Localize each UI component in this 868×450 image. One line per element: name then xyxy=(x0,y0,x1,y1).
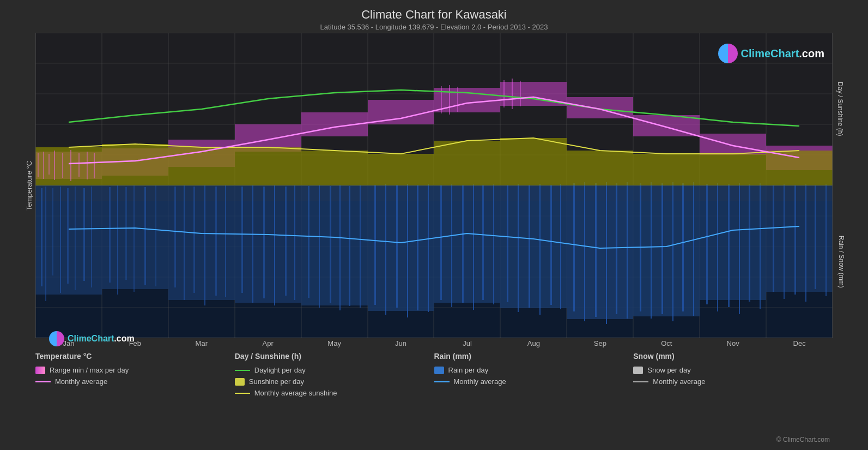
svg-rect-74 xyxy=(407,184,408,317)
chart-subtitle: Latitude 35.536 - Longitude 139.679 - El… xyxy=(0,23,868,31)
svg-rect-62 xyxy=(274,185,275,305)
svg-rect-33 xyxy=(434,185,500,303)
svg-rect-83 xyxy=(507,185,508,302)
svg-rect-68 xyxy=(339,185,341,310)
svg-rect-110 xyxy=(805,184,806,302)
svg-rect-136 xyxy=(766,151,833,185)
svg-rect-128 xyxy=(235,147,301,185)
daylight-line xyxy=(235,370,250,371)
svg-rect-51 xyxy=(144,187,146,285)
svg-rect-132 xyxy=(500,138,567,185)
svg-rect-46 xyxy=(91,187,92,287)
legend-item-snow-avg: Monthly average xyxy=(633,377,833,386)
legend-group-snow: Snow (mm) Snow per day Monthly average xyxy=(633,352,833,397)
svg-rect-38 xyxy=(766,185,833,292)
legend-group-temperature: Temperature °C Range min / max per day M… xyxy=(35,352,235,397)
copyright: © ClimeChart.com xyxy=(776,436,830,443)
svg-rect-64 xyxy=(294,185,295,300)
logo-top-right: ClimeChart.com xyxy=(718,44,824,63)
month-aug: Aug xyxy=(500,339,567,347)
svg-rect-55 xyxy=(193,187,195,293)
svg-rect-57 xyxy=(215,187,217,296)
legend-group-sunshine: Day / Sunshine (h) Daylight per day Suns… xyxy=(235,352,434,397)
legend-item-snow-per-day: Snow per day xyxy=(633,366,833,374)
month-apr: Apr xyxy=(235,339,301,347)
svg-rect-49 xyxy=(125,187,127,280)
snow-avg-line xyxy=(633,381,648,382)
svg-rect-63 xyxy=(285,187,287,296)
svg-rect-52 xyxy=(155,185,156,286)
svg-rect-61 xyxy=(263,187,265,298)
month-nov: Nov xyxy=(700,339,766,347)
svg-rect-45 xyxy=(83,188,85,281)
logo-text-top: ClimeChart.com xyxy=(741,47,824,60)
svg-rect-60 xyxy=(252,185,253,303)
legend-item-daylight: Daylight per day xyxy=(235,366,434,374)
svg-rect-36 xyxy=(633,185,700,316)
svg-rect-102 xyxy=(717,183,718,311)
legend-label-sunshine-per-day: Sunshine per day xyxy=(249,377,304,386)
svg-rect-130 xyxy=(368,154,434,185)
svg-rect-66 xyxy=(319,185,320,308)
svg-rect-99 xyxy=(682,183,684,311)
svg-rect-28 xyxy=(102,185,168,289)
svg-rect-65 xyxy=(308,186,309,298)
legend-label-rain-per-day: Rain per day xyxy=(448,366,489,374)
chart-area: 50 40 30 20 10 0 -10 -20 -30 -40 -50 24 … xyxy=(35,33,833,338)
svg-rect-123 xyxy=(700,134,766,155)
month-mar: Mar xyxy=(168,339,235,347)
svg-rect-108 xyxy=(784,184,785,299)
legend-group-rain: Rain (mm) Rain per day Monthly average xyxy=(434,352,634,397)
logo-text-bottom: ClimeChart.com xyxy=(68,334,135,344)
svg-rect-96 xyxy=(651,182,652,319)
legend-title-temperature: Temperature °C xyxy=(35,352,235,361)
svg-rect-129 xyxy=(301,151,368,185)
month-jun: Jun xyxy=(368,339,434,347)
svg-rect-71 xyxy=(374,185,376,305)
rain-avg-line xyxy=(434,381,450,382)
svg-rect-80 xyxy=(473,184,474,310)
svg-rect-67 xyxy=(330,186,331,303)
svg-rect-92 xyxy=(606,182,607,324)
svg-rect-58 xyxy=(225,185,226,297)
svg-rect-94 xyxy=(627,182,628,319)
legend-title-sunshine: Day / Sunshine (h) xyxy=(235,352,434,361)
svg-rect-98 xyxy=(672,182,673,321)
chart-container: Climate Chart for Kawasaki Latitude 35.5… xyxy=(0,0,868,450)
svg-rect-44 xyxy=(75,187,76,290)
svg-rect-76 xyxy=(428,184,429,312)
legend-item-rain-per-day: Rain per day xyxy=(434,366,634,374)
svg-rect-40 xyxy=(45,187,46,301)
svg-rect-34 xyxy=(500,185,567,308)
legend-title-snow: Snow (mm) xyxy=(633,352,833,361)
legend-label-temp-avg: Monthly average xyxy=(55,377,107,386)
sunshine-avg-line xyxy=(235,393,250,394)
svg-rect-85 xyxy=(529,185,530,308)
svg-rect-100 xyxy=(693,182,694,316)
svg-rect-39 xyxy=(41,188,43,286)
svg-rect-48 xyxy=(117,185,118,295)
month-sep: Sep xyxy=(567,339,633,347)
month-dec: Dec xyxy=(766,339,833,347)
legend-label-temp-range: Range min / max per day xyxy=(50,366,129,374)
svg-rect-69 xyxy=(349,186,350,306)
svg-rect-53 xyxy=(174,187,176,287)
month-labels: Jan Feb Mar Apr May Jun Jul Aug Sep Oct … xyxy=(35,339,833,347)
svg-rect-50 xyxy=(133,185,135,292)
svg-rect-111 xyxy=(815,185,816,289)
svg-rect-112 xyxy=(825,184,827,296)
logo-bottom-left: ClimeChart.com xyxy=(49,331,135,346)
legend-label-rain-avg: Monthly average xyxy=(454,377,506,386)
month-may: May xyxy=(301,339,368,347)
legend-title-rain: Rain (mm) xyxy=(434,352,634,361)
svg-rect-109 xyxy=(794,185,796,295)
svg-rect-37 xyxy=(700,185,766,300)
svg-rect-59 xyxy=(241,187,243,293)
svg-rect-29 xyxy=(168,185,235,300)
svg-rect-82 xyxy=(493,184,494,304)
svg-rect-41 xyxy=(52,188,53,275)
temp-range-swatch xyxy=(35,367,45,374)
svg-rect-77 xyxy=(440,185,442,300)
legend-item-rain-avg: Monthly average xyxy=(434,377,634,386)
legend-item-sunshine-per-day: Sunshine per day xyxy=(235,377,434,386)
